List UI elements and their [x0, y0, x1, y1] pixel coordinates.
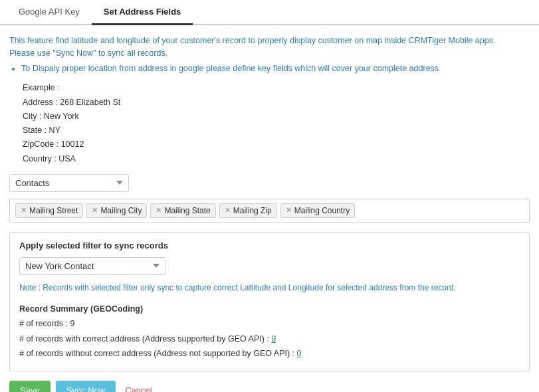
- tag-x-icon[interactable]: ✕: [92, 206, 98, 215]
- save-button[interactable]: Save: [9, 381, 51, 392]
- tag-mailing-street[interactable]: ✕ Mailing Street: [15, 203, 83, 218]
- tag-label: Mailing City: [100, 206, 142, 215]
- tab-content: This feature find latitude and longitude…: [0, 35, 539, 392]
- example-line-1: City : New York: [23, 110, 530, 124]
- tabs-bar: Google API Key Set Address Fields: [0, 0, 539, 25]
- info-line1: This feature find latitude and longitude…: [9, 36, 495, 45]
- filter-dropdown[interactable]: New York Contact All Contacts: [19, 257, 165, 275]
- cancel-button[interactable]: Cancel: [121, 381, 156, 392]
- filter-section: Apply selected filter to sync records Ne…: [9, 232, 530, 371]
- buttons-row: Save Sync Now Cancel: [9, 381, 530, 392]
- record-row-1-label: # of records with correct address (Addre…: [19, 334, 265, 343]
- filter-note: Note : Records with selected filter only…: [19, 282, 520, 294]
- tag-label: Mailing Zip: [233, 206, 272, 215]
- example-line-3: ZipCode : 10012: [23, 138, 530, 151]
- tag-mailing-city[interactable]: ✕ Mailing City: [86, 203, 147, 218]
- tab-set-address-fields[interactable]: Set Address Fields: [92, 0, 193, 25]
- tag-mailing-zip[interactable]: ✕ Mailing Zip: [219, 203, 277, 218]
- tab-google-api-key[interactable]: Google API Key: [7, 0, 92, 25]
- record-summary-title: Record Summary (GEOCoding): [19, 302, 520, 317]
- example-line-4: Country : USA: [23, 152, 530, 166]
- info-text-block: This feature find latitude and longitude…: [9, 35, 530, 74]
- tag-mailing-state[interactable]: ✕ Mailing State: [150, 203, 215, 218]
- record-row-2-label: # of records without correct address (Ad…: [19, 349, 290, 358]
- tag-x-icon[interactable]: ✕: [156, 206, 162, 215]
- tag-label: Mailing Country: [294, 206, 350, 215]
- module-dropdown[interactable]: Contacts Accounts Leads: [9, 174, 129, 192]
- main-container: Google API Key Set Address Fields This f…: [0, 0, 539, 392]
- sync-now-button[interactable]: Sync Now: [56, 381, 116, 392]
- record-row-0-value: 9: [70, 319, 74, 328]
- record-row-0-label: # of records: [19, 319, 63, 328]
- record-row-1-link[interactable]: 9: [271, 334, 276, 343]
- filter-section-title: Apply selected filter to sync records: [19, 241, 520, 250]
- info-line2: Please use "Sync Now" to sync all record…: [9, 49, 167, 58]
- example-label: Example :: [23, 81, 530, 95]
- tag-label: Mailing Street: [29, 206, 78, 215]
- tag-mailing-country[interactable]: ✕ Mailing Country: [280, 203, 355, 218]
- tag-x-icon[interactable]: ✕: [21, 206, 27, 215]
- record-row-1: # of records with correct address (Addre…: [19, 332, 520, 347]
- record-row-2: # of records without correct address (Ad…: [19, 346, 520, 361]
- record-row-0: # of records : 9: [19, 316, 520, 332]
- example-line-0: Address : 268 Elizabeth St: [23, 96, 530, 110]
- tag-x-icon[interactable]: ✕: [286, 206, 292, 215]
- record-summary-block: Record Summary (GEOCoding) # of records …: [19, 302, 520, 361]
- tag-label: Mailing State: [164, 206, 210, 215]
- tag-x-icon[interactable]: ✕: [225, 206, 231, 215]
- example-line-2: State : NY: [23, 124, 530, 138]
- module-dropdown-row: Contacts Accounts Leads: [9, 174, 530, 192]
- record-row-2-link[interactable]: 0: [297, 349, 302, 358]
- info-bullet: To Dispaly proper location from address …: [21, 62, 530, 75]
- example-block: Example : Address : 268 Elizabeth St Cit…: [23, 81, 530, 166]
- address-fields-tags: ✕ Mailing Street ✕ Mailing City ✕ Mailin…: [9, 199, 530, 223]
